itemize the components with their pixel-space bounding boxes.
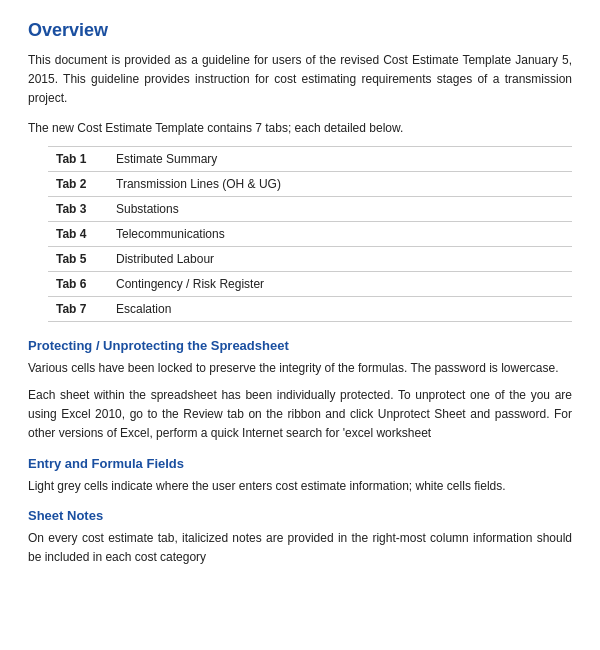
page-title: Overview xyxy=(28,20,572,41)
section-0-paragraph-1: Each sheet within the spreadsheet has be… xyxy=(28,386,572,444)
tab-label: Tab 1 xyxy=(48,146,108,171)
section-1-paragraph-0: Light grey cells indicate where the user… xyxy=(28,477,572,496)
tab-label: Tab 6 xyxy=(48,271,108,296)
sections-container: Protecting / Unprotecting the Spreadshee… xyxy=(28,338,572,567)
table-row: Tab 5Distributed Labour xyxy=(48,246,572,271)
tab-description: Transmission Lines (OH & UG) xyxy=(108,171,572,196)
tab-label: Tab 2 xyxy=(48,171,108,196)
section-title-1: Entry and Formula Fields xyxy=(28,456,572,471)
tabs-table: Tab 1Estimate SummaryTab 2Transmission L… xyxy=(48,146,572,322)
tab-label: Tab 4 xyxy=(48,221,108,246)
tab-label: Tab 7 xyxy=(48,296,108,321)
tabs-intro: The new Cost Estimate Template contains … xyxy=(28,119,572,138)
intro-paragraph: This document is provided as a guideline… xyxy=(28,51,572,109)
table-row: Tab 6Contingency / Risk Register xyxy=(48,271,572,296)
tab-description: Distributed Labour xyxy=(108,246,572,271)
table-row: Tab 7Escalation xyxy=(48,296,572,321)
table-row: Tab 1Estimate Summary xyxy=(48,146,572,171)
section-2-paragraph-0: On every cost estimate tab, italicized n… xyxy=(28,529,572,567)
section-title-2: Sheet Notes xyxy=(28,508,572,523)
tab-label: Tab 3 xyxy=(48,196,108,221)
tab-description: Telecommunications xyxy=(108,221,572,246)
tab-description: Escalation xyxy=(108,296,572,321)
section-title-0: Protecting / Unprotecting the Spreadshee… xyxy=(28,338,572,353)
table-row: Tab 4Telecommunications xyxy=(48,221,572,246)
section-0-paragraph-0: Various cells have been locked to preser… xyxy=(28,359,572,378)
tab-description: Estimate Summary xyxy=(108,146,572,171)
tab-label: Tab 5 xyxy=(48,246,108,271)
table-row: Tab 3Substations xyxy=(48,196,572,221)
table-row: Tab 2Transmission Lines (OH & UG) xyxy=(48,171,572,196)
tab-description: Substations xyxy=(108,196,572,221)
tab-description: Contingency / Risk Register xyxy=(108,271,572,296)
